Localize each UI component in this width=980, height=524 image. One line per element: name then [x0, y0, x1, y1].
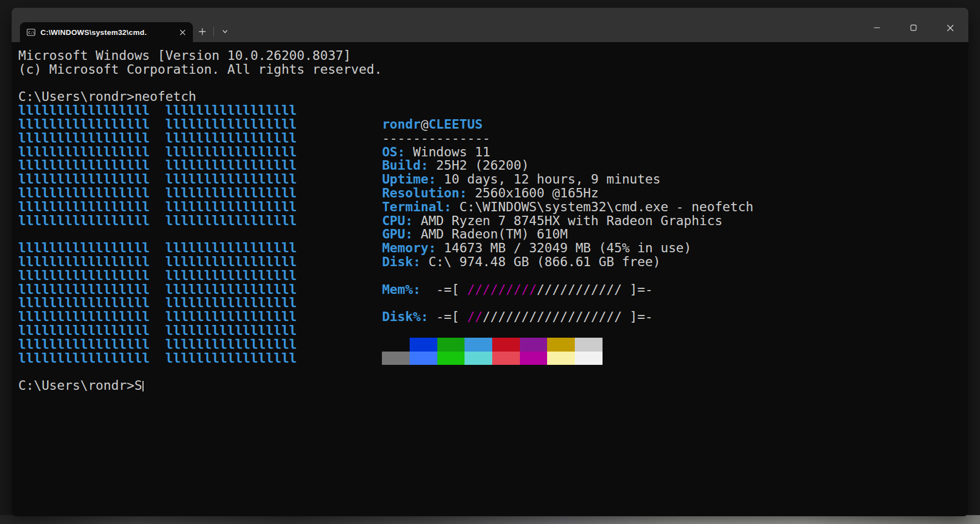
terminal-line: lllllllllllllllll lllllllllllllllll Buil… — [18, 159, 968, 172]
terminal-line: Microsoft Windows [Version 10.0.26200.80… — [18, 49, 968, 63]
minimize-icon — [874, 24, 880, 31]
tab-close-button[interactable] — [175, 25, 190, 39]
color-block — [520, 352, 548, 365]
color-block — [520, 338, 548, 352]
terminal-line: lllllllllllllllll lllllllllllllllll — [18, 296, 968, 310]
terminal-line: lllllllllllllllll lllllllllllllllll Disk… — [18, 255, 968, 269]
close-button[interactable] — [932, 13, 968, 42]
color-block — [575, 338, 603, 352]
color-block — [382, 352, 410, 365]
terminal-line: lllllllllllllllll lllllllllllllllll ----… — [18, 131, 968, 145]
color-block — [547, 338, 575, 352]
terminal-window: C:\ C:\WINDOWS\system32\cmd. — [12, 8, 968, 516]
color-block — [437, 352, 465, 365]
color-block — [437, 338, 465, 352]
svg-text:C:\: C:\ — [28, 30, 35, 35]
cmd-icon: C:\ — [27, 28, 35, 37]
maximize-icon — [910, 24, 917, 31]
color-block — [410, 338, 437, 352]
minimize-button[interactable] — [859, 13, 895, 42]
color-block — [492, 352, 520, 365]
text-cursor — [142, 381, 144, 391]
new-tab-button[interactable] — [193, 23, 212, 40]
terminal-line: (c) Microsoft Corporation. All rights re… — [18, 63, 968, 77]
tab-title: C:\WINDOWS\system32\cmd. — [40, 28, 170, 37]
terminal-line: lllllllllllllllll lllllllllllllllll — [18, 104, 968, 118]
terminal-line: lllllllllllllllll lllllllllllllllll — [18, 269, 968, 283]
color-block — [465, 338, 492, 352]
terminal-line: lllllllllllllllll lllllllllllllllll Upti… — [18, 172, 968, 186]
terminal-line: lllllllllllllllll lllllllllllllllll CPU:… — [18, 214, 968, 228]
terminal-output[interactable]: Microsoft Windows [Version 10.0.26200.80… — [12, 42, 968, 516]
color-block — [547, 352, 575, 365]
terminal-line: lllllllllllllllll lllllllllllllllll rond… — [18, 118, 968, 131]
terminal-line: GPU: AMD Radeon(TM) 610M — [18, 227, 968, 241]
terminal-line: lllllllllllllllll lllllllllllllllll — [18, 324, 968, 338]
terminal-line: lllllllllllllllll lllllllllllllllll Memo… — [18, 241, 968, 255]
titlebar[interactable]: C:\ C:\WINDOWS\system32\cmd. — [12, 8, 968, 42]
terminal-line: C:\Users\rondr>S — [18, 379, 968, 393]
terminal-line: lllllllllllllllll lllllllllllllllll Disk… — [18, 310, 968, 324]
tab-bar: C:\ C:\WINDOWS\system32\cmd. — [12, 22, 234, 42]
terminal-line: lllllllllllllllll lllllllllllllllll Term… — [18, 200, 968, 214]
maximize-button[interactable] — [895, 13, 932, 42]
color-block — [575, 352, 603, 365]
window-controls — [859, 8, 968, 42]
color-block — [465, 352, 492, 365]
terminal-line: C:\Users\rondr>neofetch — [18, 90, 968, 104]
color-block — [492, 338, 520, 352]
color-block — [410, 352, 437, 365]
tab-dropdown-button[interactable] — [216, 23, 234, 40]
terminal-line: lllllllllllllllll lllllllllllllllll Mem%… — [18, 283, 968, 297]
desktop-wallpaper-strip — [0, 515, 980, 524]
terminal-line: lllllllllllllllll lllllllllllllllll — [18, 352, 968, 365]
plus-icon — [198, 28, 206, 35]
terminal-line — [18, 77, 968, 90]
tab-cmd[interactable]: C:\ C:\WINDOWS\system32\cmd. — [20, 22, 193, 42]
chevron-down-icon — [222, 28, 228, 35]
terminal-line: lllllllllllllllll lllllllllllllllll — [18, 338, 968, 352]
terminal-line: lllllllllllllllll lllllllllllllllll Reso… — [18, 186, 968, 200]
tab-bar-divider — [213, 27, 214, 37]
color-block — [382, 338, 410, 352]
terminal-line: lllllllllllllllll lllllllllllllllll OS: … — [18, 145, 968, 159]
terminal-line — [18, 365, 968, 379]
close-icon — [947, 24, 954, 32]
